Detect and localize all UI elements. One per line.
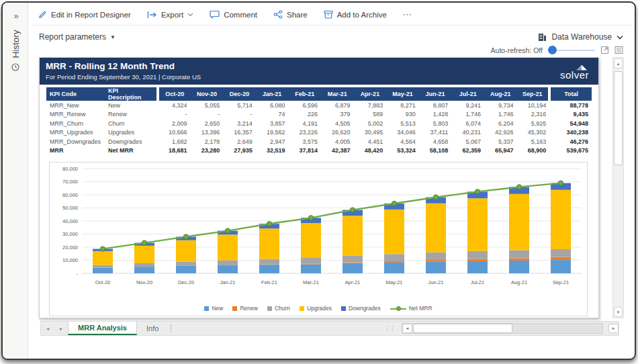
cell-value: 30,495 [354,128,387,138]
cell-value: 13,396 [191,128,224,138]
net-mrr-marker [433,195,438,199]
auto-refresh-slider[interactable] [548,46,595,54]
cell-value: 5,513 [386,119,419,128]
auto-refresh-label: Auto-refresh: Off [491,46,543,54]
bar-segment-renew [551,257,571,261]
bar-segment-upgrades [426,203,446,253]
bar-segment-churn [301,258,321,264]
cell-value: 5,055 [191,101,224,110]
bar-segment-churn [551,249,571,257]
column-header-month: Jan-21 [256,87,289,101]
cell-value: 8,807 [419,101,452,110]
net-mrr-marker [350,208,355,212]
report-title-bar: MRR - Rolling 12 Month Trend For Period … [40,58,598,85]
y-axis-tick-label: 10,000 [62,257,78,263]
tab-mrr-analysis[interactable]: MRR Analysis [68,322,137,335]
column-header-month: Feb-21 [288,87,321,101]
cell-value: 5,925 [517,119,550,128]
share-button[interactable]: Share [273,10,308,19]
x-axis-tick-label: Mar-21 [303,279,319,285]
net-mrr-marker [475,189,480,194]
cell-value: 589 [354,110,387,120]
cell-value: 5,067 [451,137,484,146]
cell-value: 2,178 [191,137,224,146]
bar-segment-churn [343,256,363,263]
legend-item-net-mrr: Net MRR [390,305,432,312]
history-sidebar-rail: » History [3,3,28,359]
report-viewport: MRR - Rolling 12 Month Trend For Period … [28,57,636,318]
cell-value: - [191,110,224,120]
table-row: MRRNet MRR18,68123,28027,93532,51937,814… [46,146,592,156]
legend-swatch [204,306,209,311]
scroll-right-button[interactable]: ▸ [608,324,619,333]
cell-value: 23,226 [288,128,321,138]
horizontal-scroll-thumb[interactable] [413,324,512,333]
tab-scroll-left-button[interactable]: ◂ [41,326,54,332]
add-to-archive-button[interactable]: Add to Archive [324,10,387,19]
share-nodes-icon [273,10,283,19]
vertical-scrollbar[interactable]: ▴ ▾ [612,57,624,318]
export-button[interactable]: Export [147,11,193,19]
cell-value: 4,658 [419,137,452,146]
sheet-tab-bar: ◂ ▸ MRR Analysis Info ⋮⋮ ◂ ▸ [40,321,619,336]
sidebar-item-history[interactable]: History [3,17,28,84]
cell-value: 1,428 [419,110,452,120]
bar-segment-upgrades [218,234,238,260]
cell-value: 6,879 [321,101,354,110]
mrr-chart-plot: -10,00020,00030,00040,00050,00060,00070,… [51,165,586,298]
slider-knob[interactable] [548,46,557,54]
x-axis-tick-label: Jun-21 [428,279,444,285]
cell-kpi-code: MRR [46,146,105,156]
chevron-down-icon [187,13,193,17]
slider-track[interactable] [557,50,595,51]
y-axis-tick-label: 40,000 [62,218,78,224]
bar-segment-upgrades [259,228,279,259]
vertical-scroll-thumb[interactable] [614,71,623,165]
popout-icon[interactable] [600,46,609,54]
y-axis-tick-label: - [77,271,79,277]
bar-segment-renew [467,259,488,261]
cell-total: 88,778 [549,101,592,110]
x-axis-tick-label: Oct-20 [95,279,111,285]
bar-segment-new [301,265,321,273]
tab-scroll-right-button[interactable]: ▸ [54,326,68,332]
data-source-selector[interactable]: Data Warehouse [538,32,623,42]
column-header-month: Jul-21 [451,87,484,101]
scroll-left-button[interactable]: ◂ [402,324,412,333]
y-axis-tick-label: 70,000 [62,179,78,185]
table-row: MRR_ChurnChurn2,0092,6503,2143,8574,1914… [46,119,592,128]
cell-kpi-description: Churn [105,119,158,128]
more-options-button[interactable]: ⋯ [403,9,412,19]
cell-kpi-code: MRR_New [46,101,105,110]
column-header-month: Sep-21 [517,87,550,101]
legend-item-downgrades: Downgrades [341,305,381,312]
legend-swatch [232,306,237,311]
solver-logo: solver [560,60,592,82]
splitter-grip-icon[interactable]: ⋮⋮ [384,325,395,332]
edit-in-report-designer-button[interactable]: Edit in Report Designer [38,10,131,19]
report-parameters-dropdown[interactable]: Report parameters ▼ [39,32,116,42]
archive-box-icon [324,10,333,19]
scroll-up-button[interactable]: ▴ [614,58,623,69]
horizontal-scrollbar[interactable]: ◂ [402,323,603,334]
table-row: MRR_RenewRenew---742263795899301,4281,74… [46,110,592,120]
x-axis-tick-label: Jan-21 [220,279,236,285]
report-parameters-label: Report parameters [39,32,106,42]
y-axis-tick-label: 60,000 [62,192,78,198]
x-axis-tick-label: Aug-21 [511,279,527,285]
cell-kpi-code: MRR_Renew [46,110,105,120]
report-subtitle: For Period Ending September 30, 2021 | C… [46,73,201,81]
details-list-icon[interactable] [614,46,623,54]
scroll-down-button[interactable]: ▾ [614,307,623,317]
cell-total: 340,238 [549,128,592,138]
bar-segment-churn [259,259,279,265]
comment-button[interactable]: Comment [210,10,257,19]
bar-segment-upgrades [93,251,113,265]
solver-logo-text: solver [560,71,589,79]
x-axis-tick-label: Sep-21 [553,279,569,285]
tab-info[interactable]: Info [137,322,168,335]
cell-value: 2,649 [223,137,256,146]
cell-total: 54,948 [549,119,592,128]
cell-value: 45,302 [517,128,550,138]
legend-line-swatch [390,306,406,311]
